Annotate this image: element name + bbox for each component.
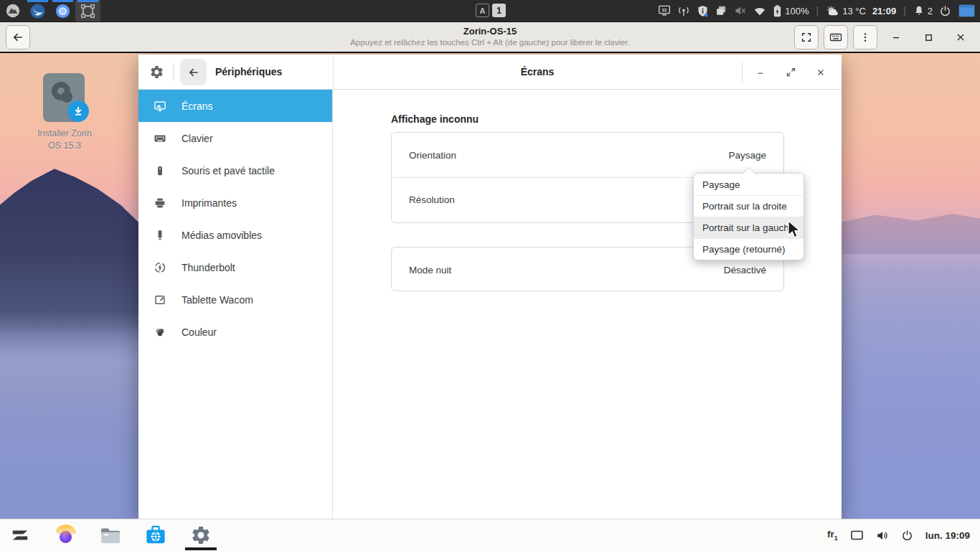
sidebar-item-medias[interactable]: Médias amovibles	[138, 219, 332, 251]
resolution-label: Résolution	[409, 194, 455, 205]
top-bar-clock[interactable]: 21:09	[872, 6, 896, 17]
power-icon[interactable]	[939, 5, 951, 17]
sidebar-item-wacom[interactable]: Tablette Wacom	[138, 283, 332, 316]
vm-back-button[interactable]	[6, 25, 30, 50]
vm-minimize-button[interactable]	[882, 25, 910, 50]
settings-back-button[interactable]	[180, 59, 207, 85]
breadcrumb: Périphériques	[215, 66, 282, 77]
clipboard-sync-icon[interactable]	[715, 5, 727, 17]
hotspot-icon[interactable]	[677, 5, 690, 17]
page-title: Écrans	[333, 66, 742, 77]
back-arrow-icon	[11, 31, 24, 44]
dropdown-item-portrait-droite[interactable]: Portrait sur la droite	[694, 195, 804, 217]
wacom-tablet-icon	[154, 293, 166, 306]
files-folder-icon	[100, 526, 121, 545]
sidebar-item-couleur[interactable]: Couleur	[138, 316, 332, 348]
printer-icon	[154, 197, 166, 209]
sidebar-item-label: Tablette Wacom	[182, 294, 253, 306]
vm-maximize-button[interactable]	[915, 25, 942, 50]
taskbar-app-list	[0, 519, 215, 551]
minimize-icon	[891, 32, 901, 42]
settings-restore-button[interactable]	[776, 60, 806, 85]
settings-close-button[interactable]	[806, 60, 836, 85]
vm-menu-button[interactable]	[853, 25, 877, 50]
software-store-icon	[145, 525, 166, 545]
settings-launcher[interactable]	[187, 519, 215, 551]
muted-speaker-icon[interactable]	[734, 5, 747, 17]
taskbar-clock[interactable]: lun. 19:09	[925, 530, 970, 541]
settings-window: Périphériques Écrans	[138, 55, 842, 519]
volume-icon[interactable]	[876, 529, 889, 542]
vm-keyboard-button[interactable]	[824, 25, 848, 50]
window-list-icon[interactable]	[958, 4, 976, 18]
sidebar-item-thunderbolt[interactable]: Thunderbolt	[138, 251, 332, 283]
vm-fullscreen-button[interactable]	[794, 25, 819, 50]
settings-headerbar: Périphériques Écrans	[138, 55, 842, 90]
sidebar-item-label: Imprimantes	[182, 197, 237, 209]
files-launcher[interactable]	[96, 519, 125, 551]
weather-indicator[interactable]: 13 °C	[826, 5, 866, 17]
kebab-menu-icon	[859, 32, 871, 43]
battery-percent: 100%	[785, 6, 809, 17]
vm-title-area: Zorin-OS-15 Appuyez et relâchez les touc…	[143, 26, 837, 47]
sidebar-item-souris[interactable]: Souris et pavé tactile	[138, 154, 332, 187]
top-bar-status-area: zz	[658, 4, 980, 18]
vm-close-button[interactable]	[947, 25, 974, 50]
sidebar-item-imprimantes[interactable]: Imprimantes	[138, 187, 332, 219]
orientation-label: Orientation	[409, 150, 456, 161]
weather-sun-cloud-icon	[826, 5, 839, 17]
power-icon[interactable]	[901, 529, 913, 542]
shield-info-icon[interactable]	[697, 5, 709, 17]
separator: |	[816, 5, 820, 17]
installer-desktop-icon[interactable]: Installer Zorin OS 15.3	[30, 73, 99, 152]
chromium-icon	[55, 3, 71, 19]
notification-indicator[interactable]: 2	[913, 5, 933, 17]
battery-icon	[773, 5, 782, 17]
sidebar-item-clavier[interactable]: Clavier	[138, 122, 332, 154]
battery-indicator[interactable]: 100%	[773, 5, 809, 17]
vm-window-subtitle: Appuyez et relâchez les touches Ctrl + A…	[143, 38, 837, 47]
removable-media-icon	[154, 229, 166, 242]
keyboard-layout-indicator[interactable]: fr1	[827, 529, 838, 542]
back-arrow-icon	[187, 66, 200, 79]
firefox-launcher[interactable]	[51, 519, 80, 551]
thunderbird-app-icon[interactable]	[25, 0, 50, 22]
top-bar-app-list	[0, 0, 100, 22]
sidebar-item-label: Thunderbolt	[182, 262, 235, 273]
fullscreen-icon	[801, 32, 812, 43]
header-separator	[173, 63, 174, 81]
running-indicator	[27, 0, 48, 2]
wallpaper-fog	[0, 326, 143, 519]
display-status-icon[interactable]	[850, 529, 864, 541]
sidebar-item-label: Couleur	[182, 326, 217, 338]
keyboard-icon	[829, 31, 842, 44]
wallpaper-fog	[840, 232, 980, 519]
dropdown-item-paysage-retourne[interactable]: Paysage (retourné)	[694, 238, 804, 260]
display-icon	[154, 100, 166, 113]
download-badge-icon	[67, 100, 89, 122]
installer-icon-label: Installer Zorin OS 15.3	[30, 128, 99, 152]
chromium-app-icon[interactable]	[50, 0, 75, 22]
screen-inhibit-icon[interactable]: zz	[658, 5, 671, 17]
sidebar-item-label: Clavier	[182, 133, 213, 144]
settings-app-icon	[149, 65, 164, 83]
workspace-indicator[interactable]: 1	[492, 4, 506, 17]
host-launcher-app-icon[interactable]	[0, 0, 25, 22]
vm-titlebar: Zorin-OS-15 Appuyez et relâchez les touc…	[0, 22, 980, 53]
displays-panel: Affichage inconnu Orientation Paysage Ré…	[333, 90, 842, 519]
zorin-menu-button[interactable]	[6, 519, 34, 551]
wifi-icon[interactable]	[753, 6, 766, 17]
dropdown-item-paysage[interactable]: Paysage	[694, 174, 804, 195]
close-icon	[956, 32, 966, 42]
sidebar-item-label: Médias amovibles	[182, 230, 262, 241]
mouse-icon	[154, 164, 166, 177]
zorin-logo-icon	[10, 525, 30, 545]
keyboard-icon	[154, 132, 166, 145]
sidebar-item-ecrans[interactable]: Écrans	[138, 90, 332, 122]
software-launcher[interactable]	[141, 519, 170, 551]
settings-minimize-button[interactable]	[745, 60, 776, 85]
orientation-row[interactable]: Orientation Paysage	[392, 133, 783, 177]
keyboard-layout-indicator[interactable]: A	[476, 4, 489, 17]
running-indicator	[52, 0, 73, 2]
virt-manager-app-icon[interactable]	[75, 0, 100, 22]
